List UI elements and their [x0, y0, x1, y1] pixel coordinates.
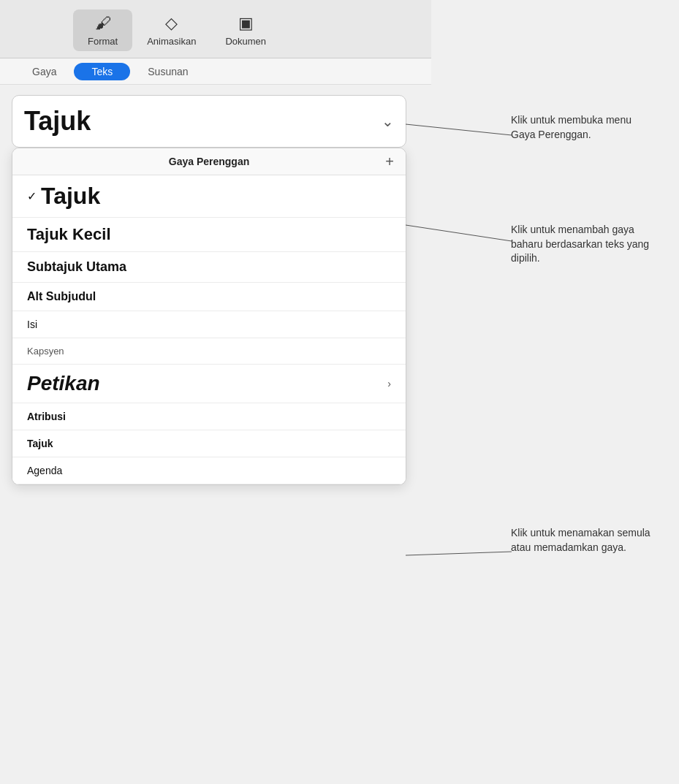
annotation-rename-delete: Klik untuk menamakan semula atau memadam…	[511, 526, 657, 555]
style-selector[interactable]: Tajuk ⌄	[12, 95, 406, 148]
dokumen-label: Dokumen	[225, 36, 266, 47]
svg-line-2	[406, 552, 512, 555]
menu-item-tajuk-active[interactable]: ✓ Tajuk	[12, 175, 406, 218]
dropdown-title: Gaya Perenggan	[169, 156, 250, 167]
menu-item-petikan[interactable]: Petikan ›	[12, 365, 406, 403]
item-label: Tajuk Kecil	[27, 225, 111, 244]
menu-item-alt-subjudul[interactable]: Alt Subjudul	[12, 283, 406, 311]
format-icon: 🖌	[95, 14, 111, 33]
chevron-down-icon: ⌄	[382, 113, 394, 130]
menu-item-tajuk-2[interactable]: Tajuk	[12, 430, 406, 457]
annotation-add-style: Klik untuk menambah gaya baharu berdasar…	[511, 223, 657, 266]
left-panel: 🖌 Format ◇ Animasikan ▣ Dokumen Gaya Tek…	[0, 0, 431, 485]
item-label: Kapsyen	[27, 346, 64, 357]
style-title: Tajuk	[24, 106, 91, 137]
dokumen-icon: ▣	[238, 14, 254, 33]
menu-item-agenda[interactable]: Agenda	[12, 457, 406, 484]
item-label: Tajuk	[41, 183, 100, 210]
item-label: Agenda	[27, 465, 62, 476]
menu-item-tajuk-kecil[interactable]: Tajuk Kecil	[12, 218, 406, 252]
item-label: Atribusi	[27, 411, 66, 422]
menu-item-kapsyen[interactable]: Kapsyen	[12, 338, 406, 365]
annotation-gaya-perenggan: Klik untuk membuka menu Gaya Perenggan.	[511, 113, 657, 142]
animasikan-label: Animasikan	[147, 36, 196, 47]
menu-item-isi[interactable]: Isi	[12, 311, 406, 338]
item-label: Subtajuk Utama	[27, 259, 126, 275]
tab-teks[interactable]: Teks	[74, 63, 130, 80]
menu-item-subtajuk[interactable]: Subtajuk Utama	[12, 252, 406, 283]
checkmark-icon: ✓	[27, 189, 37, 203]
paragraph-style-dropdown: Gaya Perenggan + ✓ Tajuk Tajuk Kecil Sub…	[12, 148, 406, 485]
item-label: Isi	[27, 319, 37, 330]
item-label: Petikan	[27, 372, 100, 395]
tab-gaya[interactable]: Gaya	[15, 63, 74, 80]
format-label: Format	[88, 36, 118, 47]
animasikan-button[interactable]: ◇ Animasikan	[132, 9, 210, 51]
dokumen-button[interactable]: ▣ Dokumen	[210, 9, 281, 51]
format-button[interactable]: 🖌 Format	[73, 9, 132, 51]
dropdown-header: Gaya Perenggan +	[12, 148, 406, 175]
menu-item-atribusi[interactable]: Atribusi	[12, 403, 406, 430]
tabs-bar: Gaya Teks Susunan	[0, 58, 431, 85]
item-label: Alt Subjudul	[27, 290, 96, 303]
tab-susunan[interactable]: Susunan	[130, 63, 205, 80]
item-label: Tajuk	[27, 438, 53, 449]
animasikan-icon: ◇	[165, 14, 178, 33]
toolbar: 🖌 Format ◇ Animasikan ▣ Dokumen	[0, 0, 431, 58]
submenu-arrow-icon: ›	[387, 378, 391, 389]
add-style-button[interactable]: +	[385, 153, 394, 170]
